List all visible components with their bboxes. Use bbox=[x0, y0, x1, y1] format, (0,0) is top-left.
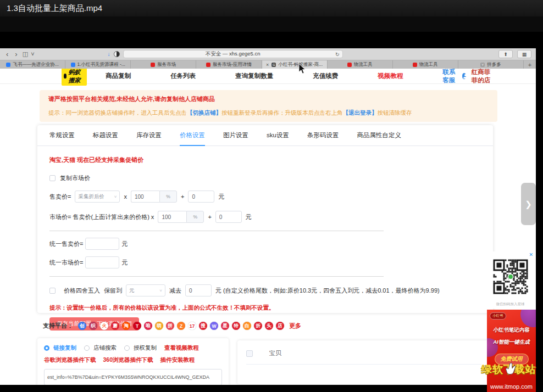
shop-name[interactable]: 红商菲菲的店 bbox=[472, 69, 493, 85]
nav-menu-item[interactable]: 任务列表 bbox=[170, 72, 196, 80]
browser-tab[interactable]: 物流工具 bbox=[393, 60, 458, 69]
sell-price-base-select[interactable]: 采集折后价 ˅ bbox=[75, 191, 120, 203]
market-price-row: 市场价= 售卖价(上面计算出来的价格) x % + 元 bbox=[49, 211, 481, 223]
platform-icon[interactable]: 唯 bbox=[144, 322, 152, 330]
platform-icon[interactable]: 搜 bbox=[199, 322, 207, 330]
sidebar-icon[interactable]: ◫ ˅ bbox=[23, 51, 35, 58]
platform-icon[interactable]: 拼 bbox=[166, 322, 174, 330]
platform-icon[interactable]: 火 bbox=[100, 322, 108, 330]
copy-mode-radio[interactable] bbox=[44, 345, 49, 351]
yuan-unit: 元 bbox=[218, 193, 224, 201]
nav-menu-item[interactable]: 商品复制 bbox=[106, 72, 131, 80]
notice-tip-text: 按钮重新登录后再操作；升级版本后点击右上角 bbox=[221, 109, 343, 116]
plugin-download-link[interactable]: 360浏览器插件下载 bbox=[103, 356, 153, 364]
plugin-download-link[interactable]: 插件安装教程 bbox=[160, 356, 195, 364]
market-pct-input[interactable] bbox=[158, 211, 186, 223]
settings-tab[interactable]: 标题设置 bbox=[93, 125, 118, 146]
rounding-desc: 元 (自定义价格尾数，例如:原价10.3元，四舍五入到元，减去0.01，最终价格… bbox=[215, 287, 440, 295]
platform-icon[interactable]: W bbox=[210, 322, 218, 330]
address-bar[interactable]: 不安全 — xhs.gege5.cn ↻ bbox=[123, 50, 343, 58]
browser-tab[interactable]: 物流工具 bbox=[328, 60, 393, 69]
site-menu: 商品复制任务列表查询复制数量充值续费视频教程 bbox=[106, 72, 442, 80]
ad-banner[interactable]: 小红书 小红书笔记内容 AI智能一键生成 免费试用 www.itmop.com bbox=[487, 310, 536, 392]
copy-market-checkbox[interactable] bbox=[49, 175, 56, 181]
notice-warning: 请严格按照平台相关规范,未经他人允许,请勿复制他人店铺商品 bbox=[48, 95, 489, 103]
new-tab-button[interactable]: + bbox=[524, 60, 536, 69]
browser-tab[interactable]: 飞书——先进企业协... bbox=[0, 60, 65, 69]
browser-tab[interactable]: ×G小红书-蚂蚁搬家-商... bbox=[262, 60, 328, 69]
site-logo[interactable]: 蚂蚁搬家 bbox=[62, 69, 87, 86]
ad-url: www.itmop.com bbox=[487, 383, 536, 390]
chevron-down-icon: ˅ bbox=[31, 51, 35, 57]
platform-icon[interactable]: 特 bbox=[232, 322, 240, 330]
platform-icon[interactable]: 创 bbox=[78, 322, 86, 330]
download-icon[interactable]: ↓ bbox=[108, 51, 110, 57]
platform-icon[interactable]: 蘑 bbox=[111, 322, 119, 330]
minus-input[interactable] bbox=[185, 284, 212, 296]
sell-pct-input[interactable] bbox=[131, 191, 159, 203]
privacy-shield-icon[interactable] bbox=[114, 51, 120, 57]
settings-tab[interactable]: 条形码设置 bbox=[307, 125, 339, 146]
copy-mode-radio[interactable] bbox=[84, 345, 90, 351]
tab-overview-icon[interactable]: ▦ bbox=[517, 50, 531, 58]
contact-service-link[interactable]: 联系客服 bbox=[442, 69, 457, 85]
more-platforms-link[interactable]: 更多 bbox=[289, 322, 301, 330]
copy-mode-radio-label: 授权复制 bbox=[134, 344, 157, 352]
platform-icon[interactable]: 头 bbox=[265, 322, 273, 330]
divider bbox=[49, 231, 384, 231]
rounding-unit-select[interactable]: 元 ˅ bbox=[126, 284, 165, 296]
settings-tab[interactable]: 常规设置 bbox=[49, 125, 75, 146]
platform-icon[interactable]: 淘 bbox=[122, 322, 130, 330]
browser-tab[interactable]: 服务市场 bbox=[131, 60, 196, 69]
uniform-market-input[interactable] bbox=[85, 256, 119, 268]
product-link-input[interactable] bbox=[44, 369, 222, 385]
uniform-sell-input[interactable] bbox=[85, 238, 119, 250]
browser-toolbar: ‹ › ◫ ˅ ↓ 不安全 — xhs.gege5.cn ↻ ⬆ ▦ bbox=[0, 48, 536, 60]
select-value: 元 bbox=[129, 287, 135, 294]
share-icon[interactable]: ⬆ bbox=[498, 50, 513, 58]
app-store-icon bbox=[206, 63, 210, 67]
watch-video-tutorial-link[interactable]: 查看视频教程 bbox=[164, 344, 199, 352]
forward-icon[interactable]: › bbox=[13, 49, 19, 60]
rounding-checkbox[interactable] bbox=[49, 288, 56, 294]
nav-menu-item[interactable]: 充值续费 bbox=[313, 72, 338, 80]
player-next-button[interactable]: ❯ bbox=[521, 183, 536, 225]
select-all-checkbox[interactable] bbox=[246, 350, 253, 357]
plugin-download-link[interactable]: 谷歌浏览器插件下载 bbox=[44, 356, 96, 364]
refresh-icon[interactable]: ↻ bbox=[335, 52, 340, 57]
platform-icon[interactable]: T bbox=[133, 322, 141, 330]
back-icon[interactable]: ‹ bbox=[4, 49, 10, 60]
nav-menu-item[interactable]: 视频教程 bbox=[378, 72, 403, 80]
settings-tab[interactable]: 价格设置 bbox=[180, 125, 205, 146]
switch-shop-link[interactable]: 【切换店铺】 bbox=[187, 109, 221, 116]
rounding-label: 价格四舍五入 bbox=[64, 287, 100, 295]
copy-mode-radio[interactable] bbox=[124, 345, 130, 351]
logout-link[interactable]: 【退出登录】 bbox=[343, 109, 378, 116]
close-icon[interactable]: ✕ bbox=[529, 252, 533, 257]
notice-box: 请严格按照平台相关规范,未经他人允许,请勿复制他人店铺商品 提示：同一浏览器切换… bbox=[40, 90, 497, 122]
browser-tab[interactable]: 1.小红书无货源课程 -... bbox=[65, 60, 131, 69]
platform-icon[interactable]: 店 bbox=[276, 322, 284, 330]
platform-icon[interactable]: Z bbox=[177, 322, 185, 330]
browser-tab[interactable]: Y拼多多 bbox=[458, 60, 524, 69]
settings-tab[interactable]: 库存设置 bbox=[136, 125, 162, 146]
tab-close-icon[interactable]: × bbox=[266, 62, 269, 68]
sell-add-input[interactable] bbox=[188, 191, 214, 203]
market-add-input[interactable] bbox=[215, 211, 242, 223]
settings-tab[interactable]: 商品属性自定义 bbox=[357, 125, 401, 146]
browser-tabbar: 飞书——先进企业协...1.小红书无货源课程 -...服务市场服务市场-应用详情… bbox=[0, 60, 536, 69]
browser-tab[interactable]: 服务市场-应用详情 bbox=[196, 60, 262, 69]
tab-label: 拼多多 bbox=[487, 61, 501, 68]
toolbar-right: ⬆ ▦ bbox=[498, 50, 531, 58]
platform-icon[interactable]: 17 bbox=[188, 322, 196, 330]
keep-to-label: 保留到 bbox=[104, 287, 122, 295]
platform-icon[interactable]: 白 bbox=[243, 322, 251, 330]
nav-menu-item[interactable]: 查询复制数量 bbox=[235, 72, 273, 80]
platform-icon[interactable]: 织 bbox=[89, 322, 97, 330]
platform-icon[interactable]: 萌 bbox=[155, 322, 163, 330]
platform-icon[interactable]: 星 bbox=[221, 322, 229, 330]
goods-header-label: 宝贝 bbox=[269, 349, 281, 357]
settings-tab[interactable]: 图片设置 bbox=[223, 125, 248, 146]
settings-tab[interactable]: sku设置 bbox=[267, 125, 289, 146]
platform-icon[interactable]: 折 bbox=[254, 322, 262, 330]
